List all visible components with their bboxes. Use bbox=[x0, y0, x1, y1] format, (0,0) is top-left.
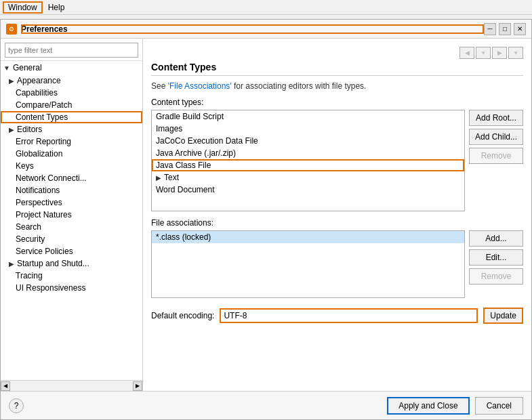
cancel-button[interactable]: Cancel bbox=[475, 397, 523, 415]
tree-item-label: Compare/Patch bbox=[16, 100, 72, 110]
tree-item-startup-shutdown[interactable]: ▶ Startup and Shutd... bbox=[1, 257, 142, 270]
list-item[interactable]: JaCoCo Execution Data File bbox=[152, 135, 464, 147]
list-item[interactable]: Word Document bbox=[152, 184, 464, 196]
file-assoc-list[interactable]: *.class (locked) bbox=[151, 230, 465, 298]
tree-item-appearance[interactable]: ▶ Appearance bbox=[1, 75, 142, 87]
help-button[interactable]: ? bbox=[9, 398, 24, 413]
title-controls: ─ □ ✕ bbox=[484, 23, 526, 35]
chevron-right-icon: ▶ bbox=[9, 260, 14, 268]
tree-item-compare-patch[interactable]: Compare/Patch bbox=[1, 99, 142, 111]
encoding-input[interactable] bbox=[220, 308, 478, 323]
file-associations-link[interactable]: 'File Associations' bbox=[168, 81, 232, 91]
tree-item-label: Globalization bbox=[16, 149, 62, 159]
tree-item-label: Error Reporting bbox=[16, 137, 71, 146]
file-assoc-buttons: Add... Edit... Remove bbox=[469, 230, 523, 298]
tree-item-service-policies[interactable]: Service Policies bbox=[1, 245, 142, 257]
description-text: See 'File Associations' for associating … bbox=[151, 81, 523, 91]
description-prefix: See bbox=[151, 81, 168, 91]
tree-item-notifications[interactable]: Notifications bbox=[1, 184, 142, 196]
add-assoc-button[interactable]: Add... bbox=[469, 230, 523, 247]
left-panel: ▼ General ▶ Appearance Capabilities Comp… bbox=[1, 39, 143, 391]
tree-item-label: Perspectives bbox=[16, 198, 62, 207]
filter-input[interactable] bbox=[5, 43, 138, 58]
encoding-label: Default encoding: bbox=[151, 311, 214, 320]
tree-item-label: Startup and Shutd... bbox=[17, 259, 89, 268]
tree-item-error-reporting[interactable]: Error Reporting bbox=[1, 135, 142, 148]
chevron-right-icon: ▶ bbox=[9, 77, 14, 85]
tree-item-label: UI Responsiveness bbox=[16, 283, 85, 293]
tree-item-content-types[interactable]: Content Types bbox=[1, 111, 142, 123]
tree-item-editors[interactable]: ▶ Editors bbox=[1, 123, 142, 135]
dialog-content: ▼ General ▶ Appearance Capabilities Comp… bbox=[1, 39, 531, 391]
menu-help[interactable]: Help bbox=[43, 1, 70, 14]
tree-item-capabilities[interactable]: Capabilities bbox=[1, 87, 142, 99]
remove-content-type-button[interactable]: Remove bbox=[469, 148, 523, 164]
dialog-title: Preferences bbox=[21, 24, 484, 34]
tree-item-label: Service Policies bbox=[16, 247, 73, 256]
tree-item-label: Tracing bbox=[16, 271, 43, 280]
list-item[interactable]: Images bbox=[152, 123, 464, 135]
tree-item-label: Capabilities bbox=[16, 88, 58, 98]
scroll-right-button[interactable]: ▶ bbox=[133, 381, 142, 391]
back-dropdown-button[interactable]: ▾ bbox=[476, 47, 491, 59]
add-child-button[interactable]: Add Child... bbox=[469, 129, 523, 145]
list-item[interactable]: Java Archive (.jar/.zip) bbox=[152, 147, 464, 159]
dialog-icon: ⚙ bbox=[6, 24, 17, 35]
content-types-section: Gradle Build Script Images JaCoCo Execut… bbox=[151, 110, 523, 211]
tree-item-keys[interactable]: Keys bbox=[1, 160, 142, 172]
file-assoc-label: File associations: bbox=[151, 218, 523, 228]
preferences-dialog: ⚙ Preferences ─ □ ✕ ▼ General ▶ A bbox=[0, 19, 532, 420]
java-class-file-item[interactable]: Java Class File bbox=[152, 159, 464, 171]
tree-item-label: Editors bbox=[17, 125, 42, 134]
tree-item-ui-responsiveness[interactable]: UI Responsiveness bbox=[1, 282, 142, 294]
scroll-left-button[interactable]: ◀ bbox=[1, 381, 10, 391]
chevron-right-icon: ▶ bbox=[9, 126, 14, 133]
file-assoc-item[interactable]: *.class (locked) bbox=[152, 231, 464, 243]
chevron-down-icon: ▼ bbox=[3, 64, 10, 72]
edit-assoc-button[interactable]: Edit... bbox=[469, 249, 523, 266]
close-button[interactable]: ✕ bbox=[514, 23, 526, 35]
tree-item-network[interactable]: Network Connecti... bbox=[1, 172, 142, 184]
title-bar: ⚙ Preferences ─ □ ✕ bbox=[1, 20, 531, 39]
list-item-label: Word Document bbox=[156, 185, 214, 194]
menu-bar: Window Help bbox=[0, 0, 532, 15]
tree-item-label: Project Natures bbox=[16, 210, 72, 219]
tree-item-search[interactable]: Search bbox=[1, 221, 142, 233]
navigation-bar: ◀ ▾ ▶ ▾ bbox=[151, 47, 523, 59]
add-root-button[interactable]: Add Root... bbox=[469, 110, 523, 126]
menu-window[interactable]: Window bbox=[3, 1, 43, 14]
list-item-label: Gradle Build Script bbox=[156, 112, 224, 121]
tree-item-label: Keys bbox=[16, 161, 34, 171]
list-item[interactable]: Gradle Build Script bbox=[152, 110, 464, 123]
content-types-list[interactable]: Gradle Build Script Images JaCoCo Execut… bbox=[151, 110, 465, 211]
tree-item-security[interactable]: Security bbox=[1, 233, 142, 245]
footer-left: ? bbox=[9, 398, 382, 413]
tree-item-label: Notifications bbox=[16, 186, 60, 195]
tree-item-perspectives[interactable]: Perspectives bbox=[1, 196, 142, 209]
apply-close-button[interactable]: Apply and Close bbox=[387, 397, 469, 415]
back-button[interactable]: ◀ bbox=[459, 47, 474, 59]
scroll-track bbox=[10, 381, 133, 391]
tree-section-general[interactable]: ▼ General bbox=[1, 61, 142, 75]
list-item-label: Java Class File bbox=[156, 161, 211, 170]
tree-item-project-natures[interactable]: Project Natures bbox=[1, 209, 142, 221]
tree-item-globalization[interactable]: Globalization bbox=[1, 148, 142, 160]
restore-button[interactable]: □ bbox=[499, 23, 511, 35]
tree-item-label: Network Connecti... bbox=[16, 173, 87, 183]
remove-assoc-button[interactable]: Remove bbox=[469, 268, 523, 285]
filter-box bbox=[1, 39, 142, 61]
list-item-label: Java Archive (.jar/.zip) bbox=[156, 148, 236, 158]
list-item-label: Images bbox=[156, 124, 182, 133]
content-type-buttons: Add Root... Add Child... Remove bbox=[469, 110, 523, 211]
forward-dropdown-button[interactable]: ▾ bbox=[508, 47, 523, 59]
tree-area: ▼ General ▶ Appearance Capabilities Comp… bbox=[1, 61, 142, 380]
minimize-button[interactable]: ─ bbox=[484, 23, 496, 35]
right-panel: ◀ ▾ ▶ ▾ Content Types See 'File Associat… bbox=[143, 39, 531, 391]
list-item[interactable]: ▶ Text bbox=[152, 171, 464, 184]
forward-button[interactable]: ▶ bbox=[492, 47, 507, 59]
description-suffix: for associating editors with file types. bbox=[232, 81, 367, 91]
tree-section-general-label: General bbox=[13, 63, 42, 72]
update-button[interactable]: Update bbox=[483, 308, 523, 324]
list-item-label: Text bbox=[164, 173, 179, 182]
tree-item-tracing[interactable]: Tracing bbox=[1, 270, 142, 282]
